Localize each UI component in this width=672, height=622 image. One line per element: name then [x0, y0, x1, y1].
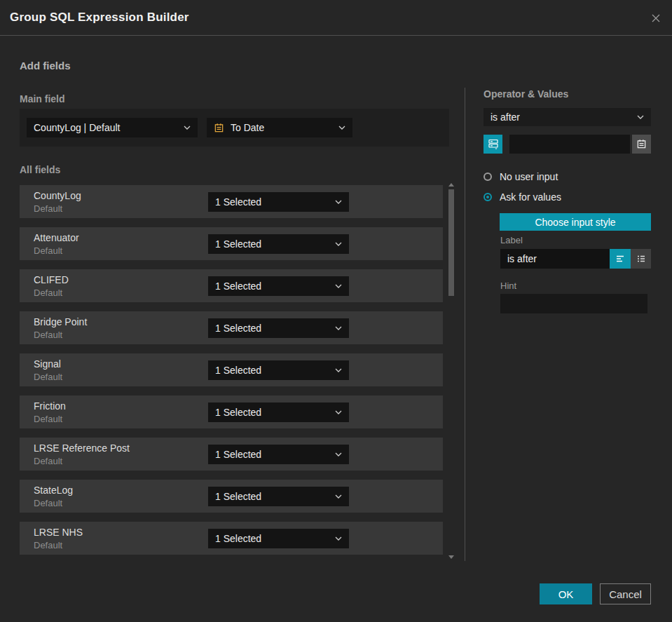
value-input[interactable]: [509, 135, 630, 154]
text-input-style-toggle[interactable]: [610, 249, 631, 269]
list-icon: [636, 253, 647, 264]
field-selection-dropdown[interactable]: 1 Selected: [208, 276, 349, 296]
field-selection-value: 1 Selected: [215, 323, 261, 334]
field-selection-dropdown[interactable]: 1 Selected: [208, 403, 349, 422]
field-name: Friction: [34, 400, 66, 412]
field-name: LRSE NHS: [34, 527, 83, 538]
field-subtitle: Default: [34, 372, 62, 382]
chevron-down-icon: [335, 326, 342, 330]
field-name: Signal: [34, 358, 61, 370]
field-selection-dropdown[interactable]: 1 Selected: [208, 318, 349, 338]
list-input-style-toggle[interactable]: [631, 249, 651, 269]
scroll-down-arrow[interactable]: [448, 555, 454, 559]
title-bar: Group SQL Expression Builder: [0, 0, 672, 36]
field-selection-dropdown[interactable]: 1 Selected: [208, 192, 349, 212]
radio-no-user-input[interactable]: No user input: [484, 171, 558, 182]
chevron-down-icon: [335, 536, 342, 541]
field-row: LRSE NHS Default 1 Selected: [20, 522, 443, 555]
list-scrollbar[interactable]: [447, 181, 455, 561]
field-type-dropdown[interactable]: To Date: [207, 118, 352, 137]
all-fields-label: All fields: [20, 164, 60, 175]
field-selection-dropdown[interactable]: 1 Selected: [208, 445, 349, 464]
field-subtitle: Default: [34, 245, 62, 256]
chevron-down-icon: [184, 126, 191, 130]
field-selection-value: 1 Selected: [215, 449, 261, 460]
choose-input-style-button[interactable]: Choose input style: [500, 213, 651, 231]
ok-button[interactable]: OK: [540, 583, 592, 604]
field-selection-value: 1 Selected: [215, 491, 261, 502]
value-type-button[interactable]: [484, 135, 502, 154]
chevron-down-icon: [335, 242, 342, 246]
field-name: LRSE Reference Post: [34, 442, 130, 454]
field-selection-value: 1 Selected: [215, 196, 261, 208]
align-left-icon: [615, 253, 626, 264]
field-name: Bridge Point: [34, 316, 87, 327]
group-sql-expression-builder-dialog: Group SQL Expression Builder Add fields …: [0, 0, 672, 622]
date-picker-button[interactable]: [632, 135, 651, 154]
field-row: Attenuator Default 1 Selected: [20, 227, 443, 260]
field-selection-dropdown[interactable]: 1 Selected: [208, 360, 349, 380]
field-name: CountyLog: [34, 190, 81, 201]
field-row: LRSE Reference Post Default 1 Selected: [20, 438, 443, 471]
field-row: Friction Default 1 Selected: [20, 395, 443, 428]
field-selection-value: 1 Selected: [215, 280, 261, 292]
operator-values-heading: Operator & Values: [484, 88, 568, 100]
calendar-icon: [636, 139, 647, 149]
date-calendar-icon: [214, 123, 224, 133]
radio-label: Ask for values: [500, 191, 561, 203]
field-selection-value: 1 Selected: [215, 533, 261, 544]
field-subtitle: Default: [34, 498, 62, 508]
field-selection-dropdown[interactable]: 1 Selected: [208, 529, 349, 548]
main-field-label: Main field: [20, 93, 65, 104]
hint-field-label: Hint: [500, 280, 516, 291]
scroll-up-arrow[interactable]: [448, 183, 454, 187]
field-selection-value: 1 Selected: [215, 407, 261, 418]
field-subtitle: Default: [34, 288, 62, 298]
cancel-button[interactable]: Cancel: [600, 583, 651, 604]
main-field-dropdown-value: CountyLog | Default: [34, 122, 121, 133]
main-field-bar: CountyLog | Default To Date: [20, 109, 449, 147]
all-fields-list: CountyLog Default 1 Selected Attenuator …: [20, 185, 443, 564]
radio-ask-for-values[interactable]: Ask for values: [484, 191, 561, 203]
chevron-down-icon: [338, 126, 345, 130]
chevron-down-icon: [637, 115, 644, 119]
field-selection-dropdown[interactable]: 1 Selected: [208, 487, 349, 506]
field-subtitle: Default: [34, 540, 62, 550]
radio-label: No user input: [500, 171, 558, 182]
add-fields-heading: Add fields: [20, 60, 71, 72]
field-subtitle: Default: [34, 330, 62, 340]
operator-dropdown-value: is after: [491, 111, 520, 123]
field-name: CLIFED: [34, 274, 69, 285]
main-field-dropdown[interactable]: CountyLog | Default: [27, 118, 198, 137]
field-selection-value: 1 Selected: [215, 365, 261, 376]
chevron-down-icon: [335, 284, 342, 288]
field-selection-value: 1 Selected: [215, 238, 261, 250]
close-icon[interactable]: [649, 11, 663, 25]
field-row: CLIFED Default 1 Selected: [20, 269, 443, 302]
chevron-down-icon: [335, 200, 342, 204]
field-name: Attenuator: [34, 232, 79, 243]
field-name: StateLog: [34, 485, 73, 496]
hint-input[interactable]: [500, 294, 647, 313]
field-selection-dropdown[interactable]: 1 Selected: [208, 234, 349, 254]
chevron-down-icon: [335, 494, 342, 499]
field-row: StateLog Default 1 Selected: [20, 480, 443, 513]
dialog-title: Group SQL Expression Builder: [10, 11, 189, 25]
scrollbar-thumb[interactable]: [448, 189, 454, 296]
panel-divider: [465, 88, 465, 561]
chevron-down-icon: [335, 452, 342, 457]
radio-circle-icon: [484, 173, 492, 181]
chevron-down-icon: [335, 368, 342, 372]
label-field-label: Label: [500, 235, 523, 245]
operator-dropdown[interactable]: is after: [484, 108, 651, 126]
field-row: Bridge Point Default 1 Selected: [20, 311, 443, 344]
field-subtitle: Default: [34, 456, 62, 466]
chevron-down-icon: [335, 410, 342, 414]
stacked-values-icon: [488, 138, 499, 150]
field-subtitle: Default: [34, 203, 62, 214]
label-input[interactable]: [500, 249, 610, 269]
radio-selected-icon: [484, 193, 492, 201]
field-row: Signal Default 1 Selected: [20, 353, 443, 386]
field-type-dropdown-value: To Date: [231, 122, 264, 133]
field-subtitle: Default: [34, 414, 62, 424]
